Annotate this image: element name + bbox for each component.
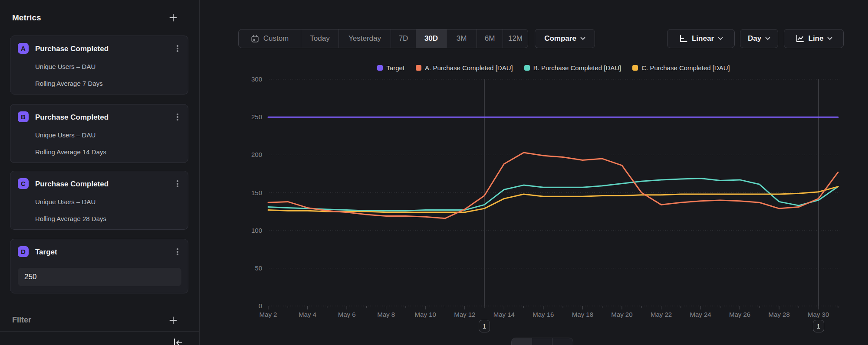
x-axis-label: May 26 (729, 311, 750, 318)
x-axis-label: May 14 (493, 311, 515, 318)
x-axis-label: May 30 (808, 311, 829, 318)
view-table-button[interactable] (532, 338, 552, 345)
y-axis-label: 200 (251, 151, 262, 158)
x-axis-label: May 2 (260, 311, 277, 318)
y-axis-label: 250 (251, 113, 262, 120)
view-toggle-group (511, 338, 573, 345)
view-chart-button[interactable] (512, 338, 532, 345)
y-axis-label: 150 (251, 189, 262, 196)
x-axis-label: May 18 (572, 311, 593, 318)
x-axis-label: May 22 (651, 311, 672, 318)
x-axis-label: May 4 (299, 311, 316, 318)
series-line-3 (268, 187, 838, 212)
y-axis-label: 300 (251, 75, 262, 83)
line-chart: 050100150200250300May 2May 4May 6May 8Ma… (0, 0, 868, 345)
metrics-dashboard: Metrics A Purchase Completed Unique User… (0, 0, 868, 345)
x-axis-label: May 8 (377, 311, 395, 318)
x-axis-label: May 20 (611, 311, 632, 318)
y-axis-label: 100 (251, 227, 262, 234)
x-axis-label: May 24 (690, 311, 711, 318)
y-axis-label: 50 (255, 264, 262, 272)
y-axis-label: 0 (259, 302, 262, 309)
x-axis-label: May 28 (769, 311, 790, 318)
x-axis-label: May 6 (338, 311, 356, 318)
x-axis-label: May 16 (533, 311, 554, 318)
view-breakdown-button[interactable] (552, 338, 573, 345)
annotation-badge[interactable]: 1 (813, 320, 824, 332)
series-line-1 (268, 153, 838, 218)
annotation-badge[interactable]: 1 (479, 320, 490, 332)
x-axis-label: May 10 (415, 311, 436, 318)
x-axis-label: May 12 (454, 311, 475, 318)
